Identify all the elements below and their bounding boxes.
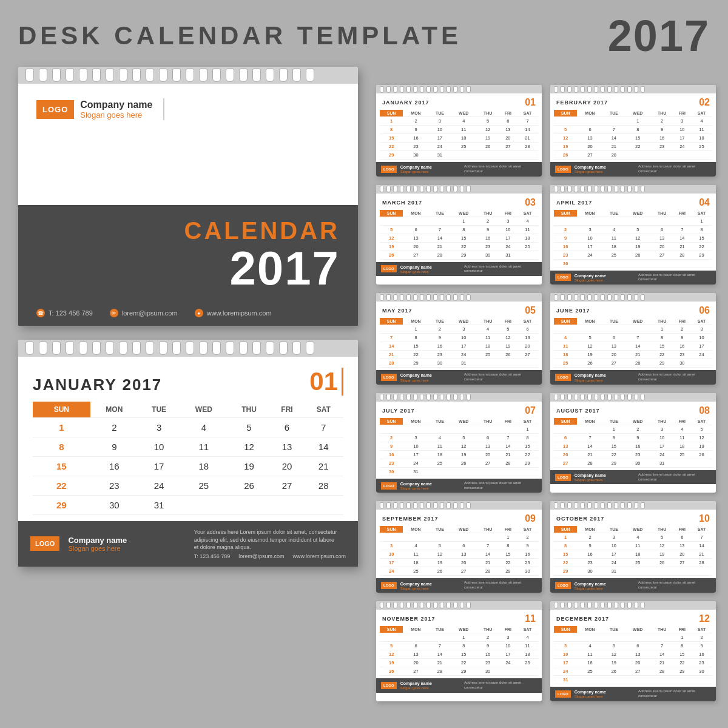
small-cal-day: 28 (650, 667, 673, 675)
small-month-num: 04 (699, 197, 710, 208)
small-cal-day: 14 (603, 134, 625, 143)
small-cal-day: 24 (380, 567, 403, 576)
spiral-tooth (607, 186, 612, 192)
spiral-tooth (420, 86, 424, 93)
small-cal-day: 12 (380, 650, 403, 658)
small-cal-day: 7 (517, 117, 538, 126)
company-name: Company name (80, 99, 152, 110)
small-day-header: MON (577, 626, 602, 633)
web-icon: ● (195, 309, 203, 317)
calendar-day: 24 (138, 476, 180, 496)
small-day-header: SUN (380, 526, 403, 533)
small-cal-day (625, 633, 650, 641)
small-day-header: SUN (554, 110, 577, 117)
calendar-day: 5 (228, 418, 271, 437)
small-cal-day (603, 675, 625, 684)
small-cal-day: 17 (380, 559, 403, 567)
small-cal-day (625, 675, 650, 684)
small-cal-day: 14 (429, 234, 451, 242)
spiral-tooth (413, 186, 417, 192)
jan-bar (342, 368, 343, 396)
small-cal-day: 27 (403, 251, 428, 259)
small-cal-day: 8 (650, 334, 673, 342)
spiral-tooth (561, 294, 565, 301)
small-contact: Address lorem ipsum dolor sit amet conse… (464, 164, 537, 174)
spiral-tooth (426, 502, 431, 509)
small-cal-day (476, 425, 499, 433)
small-cal-day: 20 (577, 143, 602, 151)
spiral-tooth (460, 502, 464, 509)
small-cal-header: NOVEMBER 201711 (376, 610, 542, 626)
small-cal-day: 5 (499, 325, 517, 334)
email-icon: ✉ (110, 309, 118, 317)
small-cal-day: 23 (673, 351, 691, 359)
small-cal-day: 28 (499, 459, 517, 467)
small-cal-day: 21 (429, 658, 451, 667)
small-cal-day: 6 (650, 225, 673, 234)
spiral-tooth (467, 502, 471, 509)
spiral-tooth (199, 342, 207, 355)
small-cal-day: 3 (577, 225, 602, 234)
small-cal-day: 16 (577, 550, 602, 559)
small-cal-day: 26 (380, 667, 403, 675)
small-cal-day: 26 (429, 567, 451, 576)
small-slogan: Slogan goes here (400, 379, 432, 382)
small-month-name: OCTOBER 2017 (556, 516, 604, 522)
spiral-tooth (239, 342, 248, 355)
small-spiral (376, 393, 542, 402)
small-company-name: Company name (575, 689, 606, 695)
small-cal-day: 18 (577, 658, 602, 667)
small-day-header: TUE (603, 110, 625, 117)
small-cal-day: 23 (476, 658, 499, 667)
small-day-header: SAT (691, 526, 712, 533)
small-cal-day: 7 (673, 225, 691, 234)
small-cal-day: 17 (499, 234, 517, 242)
small-day-header: WED (451, 318, 476, 325)
small-day-header: SAT (691, 210, 712, 217)
small-cal-grid: SUNMONTUEWEDTHUFRISAT1234567891011121314… (376, 318, 542, 370)
spiral-tooth (386, 86, 391, 93)
small-logo: LOGO (555, 166, 571, 173)
small-cal-header: JULY 201707 (376, 402, 542, 418)
small-company-name: Company name (575, 372, 606, 378)
small-cal-day: 18 (429, 450, 451, 459)
small-month-num: 11 (525, 613, 536, 624)
calendar-day: 22 (33, 476, 90, 496)
small-cal-day (517, 467, 538, 476)
small-cal-day: 15 (691, 234, 712, 242)
small-day-header: MON (577, 418, 602, 425)
small-cal-day: 30 (625, 459, 650, 467)
small-day-header: WED (451, 626, 476, 633)
small-day-header: SUN (380, 626, 403, 633)
spiral-tooth (567, 294, 571, 301)
small-cal-day (650, 567, 673, 576)
small-cal-day: 2 (673, 325, 691, 334)
spiral-tooth (460, 294, 464, 301)
spiral-tooth (621, 394, 625, 400)
small-day-header: SUN (554, 626, 577, 633)
calendar-day: 27 (271, 476, 304, 496)
spiral-tooth (594, 602, 598, 608)
small-cal-day: 3 (451, 325, 476, 334)
small-cal-day: 13 (603, 342, 625, 351)
small-cal-day: 13 (650, 234, 673, 242)
spiral-tooth (199, 69, 207, 82)
jan-month-title: JANUARY 2017 (33, 376, 162, 394)
spiral-tooth (634, 86, 638, 93)
small-cal-day: 22 (650, 351, 673, 359)
small-month-name: JUNE 2017 (556, 308, 590, 314)
small-cal-day: 29 (380, 151, 403, 160)
spiral-tooth (561, 602, 565, 608)
small-cal-day: 23 (691, 658, 712, 667)
spiral-tooth (621, 186, 625, 192)
small-cal-grid: SUNMONTUEWEDTHUFRISAT1234567891011121314… (550, 626, 716, 687)
spiral-tooth (413, 394, 417, 400)
small-slogan: Slogan goes here (575, 170, 606, 174)
small-day-header: MON (577, 210, 602, 217)
small-contact: Address lorem ipsum dolor sit amet conse… (464, 581, 537, 590)
small-day-header: FRI (499, 318, 517, 325)
small-day-header: SAT (517, 526, 538, 533)
spiral-tooth (186, 69, 194, 82)
small-cal-footer: LOGO Company name Slogan goes here Addre… (550, 687, 716, 701)
small-cal-day: 25 (603, 251, 625, 259)
